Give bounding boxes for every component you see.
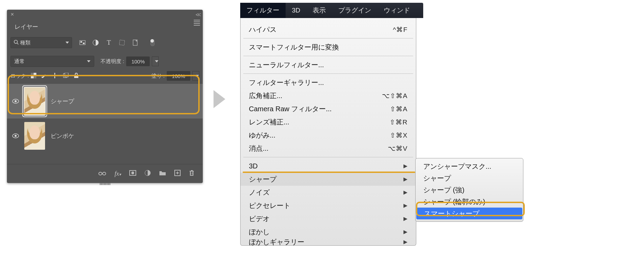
- filter-pixel-icon[interactable]: [79, 39, 86, 46]
- menu-item-3d[interactable]: 3D▶: [241, 159, 416, 173]
- menu-item-label: ニューラルフィルター...: [249, 60, 408, 70]
- menu-item-label: レンズ補正...: [249, 117, 390, 127]
- submenu-item-unsharp-mask[interactable]: アンシャープマスク...: [416, 160, 523, 172]
- menu-item-label: 消点...: [249, 144, 388, 153]
- layer-kind-label: 種類: [20, 40, 31, 46]
- layer-name: ピンボケ: [51, 132, 74, 140]
- layers-list: シャープ ピンボケ: [7, 84, 203, 153]
- menu-filter[interactable]: フィルター: [240, 3, 286, 18]
- svg-rect-10: [34, 76, 36, 78]
- app-menubar: フィルター 3D 表示 プラグイン ウィンド: [240, 3, 423, 18]
- new-layer-icon[interactable]: [174, 170, 181, 178]
- lock-label: ロック :: [10, 73, 29, 79]
- chevron-down-icon: [87, 60, 90, 62]
- menu-shortcut: ⇧⌘R: [390, 118, 408, 126]
- filter-shape-icon[interactable]: [119, 39, 125, 46]
- chevron-right-icon: ▶: [403, 202, 408, 209]
- menu-shortcut: ⌥⇧⌘A: [382, 92, 408, 100]
- menu-3d[interactable]: 3D: [286, 3, 306, 18]
- menu-shortcut: ⇧⌘A: [390, 105, 408, 113]
- submenu-item-sharpen[interactable]: シャープ: [416, 172, 523, 184]
- visibility-icon[interactable]: [7, 133, 24, 138]
- lock-artboard-icon[interactable]: [63, 73, 69, 79]
- menu-item-label: 3D: [249, 162, 401, 170]
- menu-item-last-filter[interactable]: ハイパス ^⌘F: [241, 23, 416, 36]
- panel-collapse-icon[interactable]: <<: [195, 12, 200, 18]
- menu-item-lens-correction[interactable]: レンズ補正...⇧⌘R: [241, 115, 416, 129]
- menu-item-pixelate[interactable]: ピクセレート▶: [241, 199, 416, 212]
- panel-resize-handle[interactable]: [94, 183, 116, 185]
- menu-item-wide-angle[interactable]: 広角補正...⌥⇧⌘A: [241, 89, 416, 102]
- blend-mode-select[interactable]: 通常: [10, 56, 94, 67]
- menu-item-convert-smart[interactable]: スマートフィルター用に変換: [241, 41, 416, 54]
- svg-point-0: [14, 40, 17, 43]
- menu-separator: [243, 73, 413, 74]
- chevron-right-icon: ▶: [403, 216, 408, 222]
- menu-item-neural[interactable]: ニューラルフィルター...: [241, 58, 416, 71]
- submenu-item-sharpen-edges[interactable]: シャープ (輪郭のみ): [416, 196, 523, 208]
- submenu-item-sharpen-more[interactable]: シャープ (強): [416, 184, 523, 196]
- menu-item-label: ピクセレート: [249, 201, 401, 210]
- panel-close-icon[interactable]: ✕: [10, 12, 14, 17]
- layers-panel: ✕ << レイヤー 種類 T 通常 不透明度 : 100%: [7, 10, 203, 183]
- menu-item-blur-gallery[interactable]: ぼかしギャラリー▶: [241, 238, 416, 245]
- layer-thumbnail[interactable]: [24, 87, 45, 115]
- chevron-right-icon: ▶: [403, 189, 408, 195]
- layer-item[interactable]: ピンボケ: [7, 119, 203, 153]
- fx-icon[interactable]: fx▾: [114, 170, 121, 177]
- layers-tab[interactable]: レイヤー: [10, 20, 42, 34]
- menu-item-liquify[interactable]: ゆがみ...⇧⌘X: [241, 129, 416, 142]
- lock-transparency-icon[interactable]: [31, 73, 36, 79]
- lock-all-icon[interactable]: [74, 73, 79, 79]
- menu-separator: [243, 38, 413, 38]
- lock-position-icon[interactable]: [52, 72, 58, 80]
- mask-icon[interactable]: [129, 170, 136, 177]
- menu-item-filter-gallery[interactable]: フィルターギャラリー...: [241, 76, 416, 89]
- svg-rect-13: [65, 73, 68, 77]
- menu-window[interactable]: ウィンド: [377, 3, 416, 18]
- menu-item-blur[interactable]: ぼかし▶: [241, 225, 416, 238]
- visibility-icon[interactable]: [7, 99, 24, 104]
- filter-smart-icon[interactable]: [132, 39, 139, 46]
- layer-thumbnail[interactable]: [24, 122, 45, 150]
- menu-separator: [243, 157, 413, 157]
- filter-toggle[interactable]: [150, 39, 155, 46]
- group-icon[interactable]: [159, 170, 166, 177]
- opacity-label: 不透明度 :: [101, 58, 124, 65]
- layers-footer: fx▾: [7, 164, 203, 183]
- filter-menu: ハイパス ^⌘F スマートフィルター用に変換 ニューラルフィルター... フィル…: [240, 18, 416, 246]
- fill-stepper[interactable]: [192, 71, 199, 81]
- lock-paint-icon[interactable]: [41, 73, 47, 79]
- menu-item-label: フィルターギャラリー...: [249, 78, 408, 87]
- submenu-item-smart-sharpen[interactable]: スマートシャープ...: [416, 208, 522, 219]
- opacity-value[interactable]: 100%: [126, 56, 150, 66]
- menu-item-vanishing-point[interactable]: 消点...⌥⌘V: [241, 142, 416, 155]
- delete-layer-icon[interactable]: [189, 170, 194, 178]
- chevron-down-icon: [155, 60, 158, 62]
- fill-value[interactable]: 100%: [167, 71, 190, 81]
- opacity-stepper[interactable]: [152, 56, 159, 66]
- menu-item-label: 広角補正...: [249, 91, 382, 100]
- sharpen-submenu: アンシャープマスク... シャープ シャープ (強) シャープ (輪郭のみ) ス…: [415, 158, 523, 222]
- adjustment-layer-icon[interactable]: [145, 170, 151, 178]
- menu-plugins[interactable]: プラグイン: [332, 3, 377, 18]
- menu-item-label: シャープ: [249, 175, 401, 184]
- layer-kind-filter[interactable]: 種類: [10, 37, 72, 48]
- chevron-right-icon: ▶: [403, 229, 408, 235]
- menu-view[interactable]: 表示: [306, 3, 332, 18]
- arrow-icon: [212, 89, 227, 110]
- filter-type-icon[interactable]: T: [105, 39, 112, 46]
- menu-item-sharpen[interactable]: シャープ▶: [241, 173, 416, 186]
- menu-item-video[interactable]: ビデオ▶: [241, 212, 416, 225]
- filter-adjust-icon[interactable]: [92, 39, 99, 46]
- menu-shortcut: ⇧⌘X: [390, 131, 408, 139]
- svg-line-1: [17, 43, 18, 44]
- chevron-right-icon: ▶: [403, 239, 408, 245]
- svg-point-18: [15, 135, 17, 137]
- menu-item-camera-raw[interactable]: Camera Raw フィルター...⇧⌘A: [241, 102, 416, 115]
- link-layers-icon[interactable]: [98, 170, 106, 177]
- panel-menu-icon[interactable]: [194, 19, 200, 27]
- layer-item[interactable]: シャープ: [7, 84, 203, 119]
- menu-item-noise[interactable]: ノイズ▶: [241, 186, 416, 199]
- svg-rect-6: [119, 40, 125, 45]
